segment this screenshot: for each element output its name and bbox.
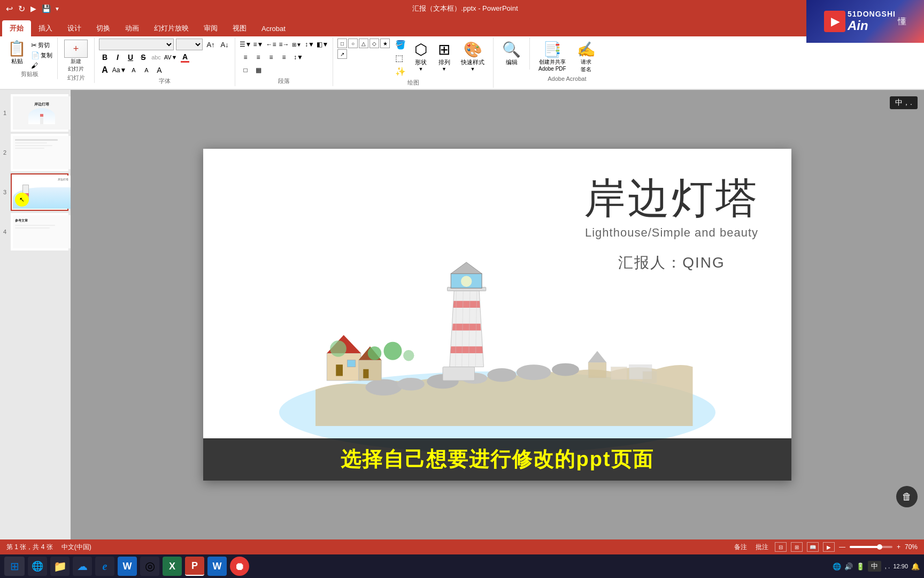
cols-btn[interactable]: ⊞▼	[291, 39, 303, 50]
windows-btn[interactable]: ⊞	[4, 557, 25, 576]
view-slide-sorter-btn[interactable]: ⊞	[791, 542, 803, 552]
save-icon[interactable]: 💾	[40, 3, 52, 14]
cut-icon: ✂	[31, 41, 37, 49]
highlight-btn[interactable]: ▦	[252, 64, 264, 76]
numbering-btn[interactable]: ≡▼	[252, 39, 264, 50]
request-sign-btn[interactable]: ✍ 请求 签名	[573, 39, 600, 75]
present-icon[interactable]: ▶	[29, 3, 38, 14]
bold-btn[interactable]: B	[99, 51, 111, 63]
notes-btn[interactable]: 备注	[732, 543, 749, 552]
create-pdf-btn[interactable]: 📑 创建并共享 Adobe PDF	[534, 39, 571, 75]
search-big-btn[interactable]: 🔍 编辑	[498, 39, 525, 69]
chrome-icon[interactable]: ◎	[140, 557, 159, 576]
desktop-icon[interactable]: 🌐	[28, 557, 47, 576]
align-right-btn[interactable]: ≡	[265, 51, 277, 63]
tab-transition[interactable]: 切换	[89, 20, 118, 36]
indent-inc-btn[interactable]: ≡→	[278, 39, 290, 50]
view-normal-btn[interactable]: ⊟	[775, 542, 787, 552]
increase-font-btn[interactable]: A↑	[205, 39, 217, 50]
new-slide-btn[interactable]: + 新建 幻灯片	[62, 39, 90, 74]
convert-to-smartart-btn[interactable]: ◧▼	[317, 39, 328, 50]
excel-icon[interactable]: X	[163, 557, 182, 576]
tab-insert[interactable]: 插入	[31, 20, 60, 36]
tab-slideshow[interactable]: 幻灯片放映	[147, 20, 196, 36]
view-reading-btn[interactable]: 📖	[807, 542, 819, 552]
font-color-btn[interactable]: A	[179, 51, 191, 63]
view-slideshow-btn[interactable]: ▶	[823, 542, 835, 552]
tab-view[interactable]: 视图	[225, 20, 254, 36]
line-spacing-btn[interactable]: ↕▼	[291, 51, 306, 63]
shape-item[interactable]: ◇	[369, 39, 379, 48]
record-icon[interactable]: ⏺	[230, 557, 249, 576]
copy-btn[interactable]: 📄 复制	[29, 51, 54, 60]
tab-animation[interactable]: 动画	[118, 20, 147, 36]
shape-big-btn[interactable]: ⬡ 形状 ▼	[410, 39, 432, 74]
shape-item[interactable]: △	[359, 39, 368, 48]
svg-rect-28	[643, 371, 657, 383]
zoom-plus-btn[interactable]: +	[897, 543, 900, 551]
arrange-btn[interactable]: ⊞ 排列 ▼	[434, 39, 455, 74]
decrease-font-btn[interactable]: A↓	[219, 39, 230, 50]
justify-btn[interactable]: ≡	[278, 51, 290, 63]
shape-outline-btn[interactable]: ⬚	[393, 52, 408, 64]
svg-point-8	[552, 363, 579, 376]
ime-switch[interactable]: 中	[868, 561, 881, 572]
zoom-slider[interactable]	[850, 546, 892, 548]
shape-fill-btn[interactable]: 🪣	[393, 39, 408, 51]
shadow-btn[interactable]: □	[240, 64, 251, 76]
font-size-a-btn[interactable]: A	[99, 64, 111, 76]
font-case-btn[interactable]: Aa▼	[112, 64, 127, 76]
redo-icon[interactable]: ↻	[17, 3, 27, 15]
shape-item[interactable]: □	[337, 39, 347, 48]
tab-review[interactable]: 审阅	[196, 20, 225, 36]
status-right: 备注 批注 ⊟ ⊞ 📖 ▶ — + 70%	[732, 542, 918, 552]
font-subscript-btn[interactable]: A	[141, 64, 152, 76]
slide-thumb-4[interactable]: 4 参考文章	[11, 213, 68, 250]
text-effects-btn[interactable]: A	[153, 64, 165, 76]
clear-format-btn[interactable]: abc	[150, 51, 162, 63]
shape-item[interactable]: ★	[380, 39, 390, 48]
zoom-minus-btn[interactable]: —	[839, 543, 845, 551]
tab-acrobat[interactable]: Acrobat	[254, 20, 293, 36]
font-name-select[interactable]	[99, 39, 174, 50]
align-center-btn[interactable]: ≡	[252, 51, 264, 63]
align-left-btn[interactable]: ≡	[240, 51, 251, 63]
tab-design[interactable]: 设计	[60, 20, 89, 36]
word-icon[interactable]: W	[207, 557, 227, 576]
tab-start[interactable]: 开始	[2, 20, 31, 36]
underline-btn[interactable]: U	[125, 51, 136, 63]
cut-btn[interactable]: ✂ 剪切	[29, 41, 54, 50]
format-painter-btn[interactable]: 🖌	[29, 61, 54, 70]
notification-icon[interactable]: 🔔	[911, 562, 920, 571]
font-size-select[interactable]	[176, 39, 203, 50]
bullet-btn[interactable]: ☰▼	[240, 39, 251, 50]
comments-btn[interactable]: 批注	[753, 543, 771, 552]
file-explorer-icon[interactable]: 📁	[50, 557, 70, 576]
drawing-group: □ ○ △ ◇ ★ ↗ 🪣 ⬚ ✨	[333, 37, 494, 88]
text-dir-btn[interactable]: ↕▼	[304, 39, 315, 50]
shape-item[interactable]: ↗	[337, 49, 347, 59]
recording-indicator: 🗑	[896, 486, 918, 507]
qat-down-icon[interactable]: ▼	[55, 6, 60, 12]
powerpoint-icon[interactable]: P	[185, 557, 204, 576]
taskbar-left: ⊞ 🌐 📁 ☁ e W ◎ X P W ⏺	[4, 557, 249, 576]
cloud-icon[interactable]: ☁	[73, 557, 92, 576]
undo-icon[interactable]: ↩	[4, 3, 14, 15]
ie-icon[interactable]: e	[95, 557, 114, 576]
font-size-small-btn[interactable]: A	[128, 64, 140, 76]
wps-icon[interactable]: W	[118, 557, 137, 576]
quick-style-btn[interactable]: 🎨 快速样式 ▼	[457, 39, 489, 74]
shape-effects-btn[interactable]: ✨	[393, 65, 408, 78]
strikethrough-btn[interactable]: S	[137, 51, 149, 63]
shape-item[interactable]: ○	[348, 39, 358, 48]
slide-thumb-2[interactable]: 2	[11, 134, 68, 171]
status-bar: 第 1 张，共 4 张 中文(中国) 备注 批注 ⊟ ⊞ 📖 ▶ — + 70%	[0, 539, 924, 554]
paste-btn[interactable]: 📋 粘贴	[5, 39, 28, 66]
arrange-icon: ⊞	[438, 41, 450, 58]
char-spacing-btn[interactable]: AV▼	[163, 51, 178, 63]
slide-2-content	[13, 136, 71, 169]
indent-dec-btn[interactable]: ←≡	[265, 39, 277, 50]
slide-thumb-1[interactable]: 1 岸边灯塔	[11, 94, 68, 132]
slide-thumb-3[interactable]: 3 ↖ 岸边灯塔	[11, 173, 68, 211]
italic-btn[interactable]: I	[112, 51, 124, 63]
